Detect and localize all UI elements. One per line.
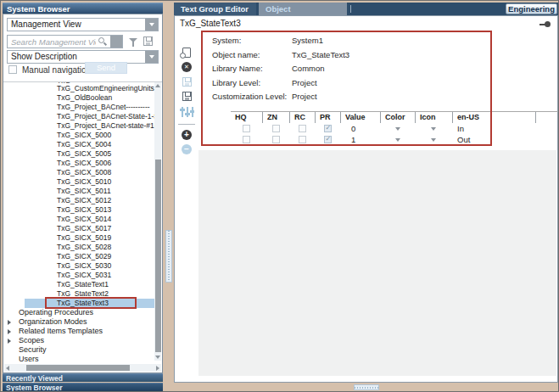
tree-item[interactable]: TxG_SICX_5000: [25, 131, 154, 140]
expand-arrow-icon[interactable]: [8, 329, 11, 334]
chevron-down-icon[interactable]: [145, 51, 158, 63]
tree-item[interactable]: TxG_Project_BACnet-state-#1-state-#: [25, 121, 154, 131]
rc-checkbox[interactable]: [299, 125, 306, 132]
table-cell: 1: [340, 134, 380, 145]
field-value: TxG_StateText3: [292, 49, 349, 61]
scroll-left-icon[interactable]: [6, 366, 9, 371]
color-dropdown-icon[interactable]: [395, 138, 400, 142]
tree-item[interactable]: Operating Procedures: [3, 308, 154, 317]
expand-arrow-icon[interactable]: [8, 320, 11, 325]
tree-item[interactable]: TxG_OldBoolean: [25, 93, 154, 103]
column-header: HQ: [231, 112, 262, 123]
tree-item[interactable]: TxG_SICX_5029: [25, 252, 154, 261]
form-field-row: System:System1: [198, 35, 557, 47]
save-search-icon[interactable]: [143, 36, 153, 46]
new-text-group-button[interactable]: [175, 48, 198, 58]
text-group-properties-button[interactable]: [175, 107, 198, 117]
pr-checkbox[interactable]: [324, 136, 332, 143]
tree-item[interactable]: TxG_SICX_5010: [25, 177, 154, 187]
tree-item[interactable]: TxG_StateText1: [25, 280, 154, 289]
tree-item[interactable]: TxG_SICX_5008: [25, 168, 154, 177]
tree-item-label: TxG_SICX_5011: [25, 187, 154, 196]
tree-item[interactable]: TxG_SICX_5005: [25, 149, 154, 159]
hq-checkbox[interactable]: [243, 136, 250, 143]
search-icon: [98, 37, 108, 47]
horizontal-scrollbar-thumb[interactable]: [26, 365, 130, 371]
search-input[interactable]: [8, 36, 96, 48]
tree-item[interactable]: TxG_SICX_5006: [25, 159, 154, 168]
tree-item[interactable]: TxG_SICX_5031: [25, 271, 154, 280]
vertical-scrollbar-thumb[interactable]: [155, 160, 161, 352]
send-button[interactable]: Send: [85, 62, 127, 74]
filter-icon[interactable]: [129, 38, 137, 42]
tree-item-label: TxG_SICX_5012: [25, 196, 154, 205]
add-entry-button[interactable]: [175, 130, 198, 140]
table-row[interactable]: 1Out: [231, 134, 559, 145]
divider: [350, 5, 351, 13]
panel-title: System Browser: [3, 3, 163, 14]
tab-object-configurator[interactable]: Object Configurator: [259, 3, 347, 15]
tree-item[interactable]: TxG_StateText3: [25, 299, 154, 308]
chevron-down-icon[interactable]: [145, 19, 158, 31]
en-us-cell: Out: [452, 135, 470, 144]
zn-checkbox[interactable]: [272, 125, 280, 132]
search-options-chevron-icon[interactable]: [110, 36, 122, 48]
vertical-splitter-handle[interactable]: [165, 230, 172, 283]
column-header: [535, 112, 559, 123]
tree-item[interactable]: TxG_StateText2: [25, 289, 154, 299]
manual-navigation-checkbox[interactable]: [8, 65, 17, 74]
value-cell: 1: [340, 135, 355, 144]
tree-item-label: TxG_StateText2: [25, 289, 154, 299]
save-as-button[interactable]: [175, 92, 198, 101]
column-header: RC: [289, 112, 315, 123]
delete-text-group-button[interactable]: [175, 62, 198, 72]
pin-icon[interactable]: [539, 21, 551, 27]
hq-checkbox[interactable]: [243, 125, 250, 132]
icon-dropdown-icon[interactable]: [431, 127, 436, 131]
remove-entry-button[interactable]: [175, 144, 198, 154]
zn-checkbox[interactable]: [272, 136, 280, 143]
new-document-icon: [182, 48, 191, 58]
tree-item[interactable]: Security: [3, 345, 154, 355]
scroll-right-icon[interactable]: [156, 366, 159, 371]
tree-item[interactable]: Scopes: [3, 336, 154, 345]
table-row[interactable]: 0In: [231, 123, 559, 134]
scroll-up-icon[interactable]: [155, 84, 160, 87]
tree-item[interactable]: TxG_SICX_5011: [25, 187, 154, 196]
tree-item[interactable]: TxG_Project_BACnet-State-1-State-2: [25, 112, 154, 121]
color-dropdown-icon[interactable]: [395, 127, 400, 131]
expand-arrow-icon[interactable]: [8, 339, 11, 344]
scroll-down-icon[interactable]: [155, 356, 160, 359]
save-button[interactable]: [175, 77, 198, 87]
tree-item[interactable]: TxG_SICX_5017: [25, 224, 154, 233]
view-selector-dropdown[interactable]: Management View: [7, 18, 159, 31]
tree-item[interactable]: TxG_Project_BACnet----------: [25, 103, 154, 112]
tab-text-group-editor[interactable]: Text Group Editor: [174, 3, 256, 15]
tree-item[interactable]: TxG_SICX_5013: [25, 205, 154, 215]
tree-item[interactable]: TxG_SICX_5004: [25, 140, 154, 149]
rc-checkbox[interactable]: [299, 136, 306, 143]
tree-item-label: TxG_SICX_5028: [25, 243, 154, 252]
description-selector-dropdown[interactable]: Show Description: [7, 50, 159, 64]
system-browser-bar[interactable]: System Browser: [3, 383, 163, 391]
pr-checkbox[interactable]: [324, 125, 332, 132]
recently-viewed-bar[interactable]: Recently Viewed: [3, 373, 163, 382]
tree-item[interactable]: Organization Modes: [3, 317, 154, 327]
horizontal-splitter-handle[interactable]: [354, 384, 379, 390]
table-cell: [315, 134, 340, 145]
engineering-mode-button[interactable]: Engineering: [506, 3, 557, 14]
tree-item[interactable]: TxG_SICX_5019: [25, 233, 154, 243]
icon-dropdown-icon[interactable]: [431, 138, 436, 142]
horizontal-scrollbar[interactable]: [4, 364, 161, 372]
tree-item[interactable]: TxG_SICX_5014: [25, 215, 154, 224]
tree-item-label: TxG_SICX_5029: [25, 252, 154, 261]
tree-item-label: TxG_SICX_5010: [25, 177, 154, 187]
tree-item[interactable]: Users: [3, 355, 154, 362]
tree-item[interactable]: TxG_SICX_5030: [25, 261, 154, 271]
tree-item[interactable]: TxG_SICX_5012: [25, 196, 154, 205]
vertical-scrollbar[interactable]: [154, 82, 161, 361]
tree-item[interactable]: TxG_SICX_5028: [25, 243, 154, 252]
tree-item[interactable]: Related Items Templates: [3, 327, 154, 336]
tree-item[interactable]: TxG_CustomEngineeringUnits: [25, 84, 154, 93]
tree-item-label: TxG_Project_BACnet-State-1-State-2: [25, 112, 154, 121]
